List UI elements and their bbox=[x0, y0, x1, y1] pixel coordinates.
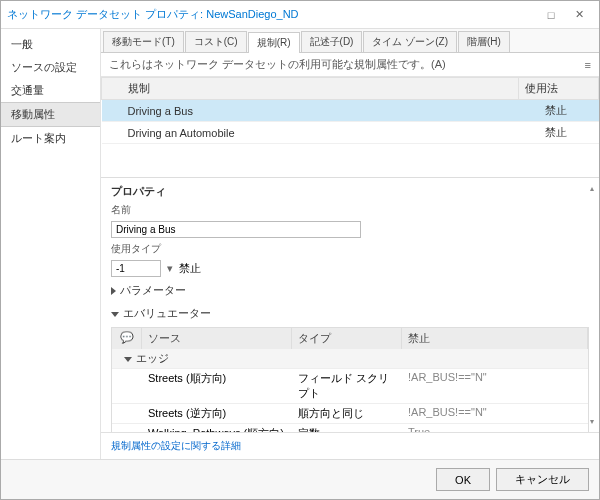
chevron-right-icon bbox=[111, 287, 116, 295]
properties-panel: ▴ ▾ プロパティ 名前 使用タイプ ▾ 禁止 パラメーター エバリュエーター … bbox=[101, 177, 599, 432]
col-source[interactable]: ソース bbox=[142, 328, 292, 349]
help-link-row: 規制属性の設定に関する詳細 bbox=[101, 432, 599, 459]
tab-hierarchy[interactable]: 階層(H) bbox=[458, 31, 510, 52]
ok-button[interactable]: OK bbox=[436, 468, 490, 491]
tab-descriptor[interactable]: 記述子(D) bbox=[301, 31, 363, 52]
dialog-body: 一般 ソースの設定 交通量 移動属性 ルート案内 移動モード(T) コスト(C)… bbox=[1, 29, 599, 459]
evaluator-grid: 💬 ソース タイプ 禁止 エッジ Streets (順方向)フィールド スクリプ… bbox=[111, 327, 589, 432]
col-value[interactable]: 禁止 bbox=[402, 328, 588, 349]
maximize-icon[interactable]: □ bbox=[537, 5, 565, 25]
cell-name: Driving an Automobile bbox=[102, 122, 519, 144]
sidebar-item-directions[interactable]: ルート案内 bbox=[1, 127, 100, 150]
col-usage[interactable]: 使用法 bbox=[519, 78, 599, 100]
chevron-down-icon bbox=[111, 312, 119, 317]
tab-restriction[interactable]: 規制(R) bbox=[248, 32, 300, 53]
evaluator-header: 💬 ソース タイプ 禁止 bbox=[112, 328, 588, 349]
dialog-window: ネットワーク データセット プロパティ: NewSanDiego_ND □ ✕ … bbox=[0, 0, 600, 500]
evaluator-row[interactable]: Streets (順方向)フィールド スクリプト!AR_BUS!=="N" bbox=[112, 368, 588, 403]
footer: OK キャンセル bbox=[1, 459, 599, 499]
restriction-list: 規制 使用法 Driving a Bus 禁止 Driving an Autom… bbox=[101, 77, 599, 177]
col-restriction[interactable]: 規制 bbox=[102, 78, 519, 100]
subheader-text: これらはネットワーク データセットの利用可能な規制属性です。(A) bbox=[109, 57, 446, 72]
cell-usage: 禁止 bbox=[519, 100, 599, 122]
usage-type-text: 禁止 bbox=[179, 261, 201, 276]
cancel-button[interactable]: キャンセル bbox=[496, 468, 589, 491]
cell-name: Driving a Bus bbox=[102, 100, 519, 122]
sidebar-item-source[interactable]: ソースの設定 bbox=[1, 56, 100, 79]
properties-title: プロパティ bbox=[111, 184, 589, 199]
main-panel: 移動モード(T) コスト(C) 規制(R) 記述子(D) タイム ゾーン(Z) … bbox=[101, 29, 599, 459]
tabs: 移動モード(T) コスト(C) 規制(R) 記述子(D) タイム ゾーン(Z) … bbox=[101, 29, 599, 53]
sidebar-item-travel-attrs[interactable]: 移動属性 bbox=[1, 102, 100, 127]
parameters-section[interactable]: パラメーター bbox=[111, 281, 589, 300]
tab-cost[interactable]: コスト(C) bbox=[185, 31, 247, 52]
col-type[interactable]: タイプ bbox=[292, 328, 402, 349]
help-link[interactable]: 規制属性の設定に関する詳細 bbox=[111, 440, 241, 451]
cell-usage: 禁止 bbox=[519, 122, 599, 144]
evaluators-section[interactable]: エバリュエーター bbox=[111, 304, 589, 323]
subheader: これらはネットワーク データセットの利用可能な規制属性です。(A) ≡ bbox=[101, 53, 599, 77]
window-title: ネットワーク データセット プロパティ: NewSanDiego_ND bbox=[7, 7, 537, 22]
sidebar: 一般 ソースの設定 交通量 移動属性 ルート案内 bbox=[1, 29, 101, 459]
table-row[interactable]: Driving an Automobile 禁止 bbox=[102, 122, 599, 144]
evaluator-row[interactable]: Walking_Pathways (順方向)定数True bbox=[112, 423, 588, 432]
scrollbar[interactable]: ▴ ▾ bbox=[587, 184, 597, 426]
menu-icon[interactable]: ≡ bbox=[585, 59, 591, 71]
dropdown-icon[interactable]: ▾ bbox=[167, 262, 173, 275]
col-icon: 💬 bbox=[112, 328, 142, 349]
evaluator-row[interactable]: Streets (逆方向)順方向と同じ!AR_BUS!=="N" bbox=[112, 403, 588, 423]
usage-type-input[interactable] bbox=[111, 260, 161, 277]
sidebar-item-traffic[interactable]: 交通量 bbox=[1, 79, 100, 102]
tab-travel-mode[interactable]: 移動モード(T) bbox=[103, 31, 184, 52]
sidebar-item-general[interactable]: 一般 bbox=[1, 33, 100, 56]
name-label: 名前 bbox=[111, 203, 589, 217]
table-row[interactable]: Driving a Bus 禁止 bbox=[102, 100, 599, 122]
scroll-down-icon[interactable]: ▾ bbox=[590, 417, 594, 426]
group-edge[interactable]: エッジ bbox=[112, 349, 588, 368]
close-icon[interactable]: ✕ bbox=[565, 5, 593, 25]
tab-timezone[interactable]: タイム ゾーン(Z) bbox=[363, 31, 457, 52]
name-input[interactable] bbox=[111, 221, 361, 238]
usage-type-label: 使用タイプ bbox=[111, 242, 589, 256]
titlebar: ネットワーク データセット プロパティ: NewSanDiego_ND □ ✕ bbox=[1, 1, 599, 29]
restriction-table: 規制 使用法 Driving a Bus 禁止 Driving an Autom… bbox=[101, 77, 599, 144]
chevron-down-icon bbox=[124, 357, 132, 362]
scroll-up-icon[interactable]: ▴ bbox=[590, 184, 594, 193]
